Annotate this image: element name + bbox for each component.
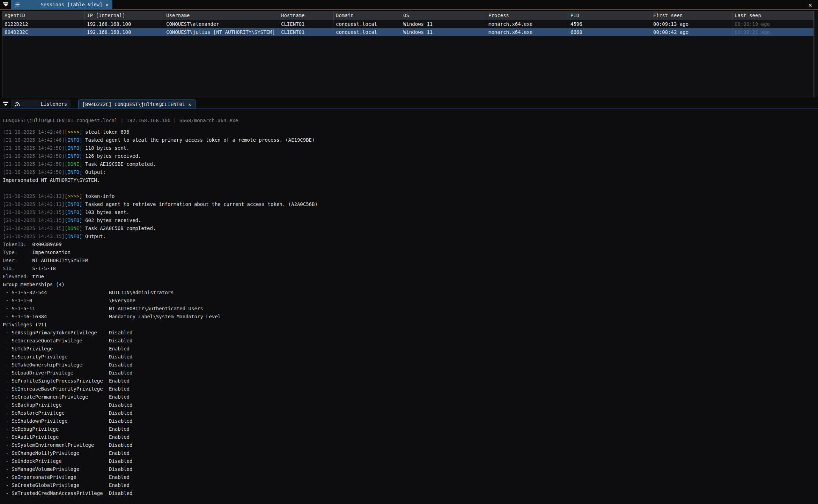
terminal-line: - SeSecurityPrivilegeDisabled	[3, 353, 813, 361]
column-header-domain[interactable]: Domain	[334, 11, 401, 20]
filter-icon	[3, 101, 9, 107]
terminal-line: [31-10-2025 14:42:50][INFO] Output:	[3, 168, 813, 176]
terminal-line: Type:Impersonation	[3, 249, 813, 257]
table-cell-last-seen: 00:00:19 ago	[732, 20, 813, 28]
tab-listeners[interactable]: Listeners	[11, 99, 71, 109]
terminal-line	[3, 184, 813, 192]
terminal-line: - SeShutdownPrivilegeDisabled	[3, 417, 813, 425]
terminal-line: [31-10-2025 14:42:50][INFO] 118 bytes se…	[3, 144, 813, 152]
terminal-line: [31-10-2025 14:43:15][INFO] Output:	[3, 232, 813, 240]
terminal-line: Elevated:true	[3, 273, 813, 281]
agent-console-panel: CONQUEST\julius@CLIENT01.conquest.local …	[0, 110, 818, 504]
tab-listeners-label: Listeners	[40, 101, 67, 107]
terminal-line: - S-1-16-16384Mandatory Label\System Man…	[3, 313, 813, 321]
filter-button[interactable]	[2, 100, 9, 108]
table-cell-hostname: CLIENT01	[279, 20, 334, 28]
window-close-button[interactable]: ✕	[806, 0, 815, 9]
close-icon: ✕	[809, 1, 812, 8]
terminal-line: - SeLoadDriverPrivilegeDisabled	[3, 369, 813, 377]
terminal-line: - SeTakeOwnershipPrivilegeDisabled	[3, 361, 813, 369]
column-header-process[interactable]: Process	[486, 11, 568, 20]
table-header-row: AgentIDIP (Internal)UsernameHostnameDoma…	[2, 11, 813, 20]
terminal-line: - SeAuditPrivilegeEnabled	[3, 433, 813, 441]
terminal-line: Group memberships (4)	[3, 281, 813, 289]
c2-client-window: Sessions [Table View] ✕ ✕ AgentIDIP (Int…	[0, 0, 818, 504]
column-header-os[interactable]: OS	[401, 11, 486, 20]
terminal-output[interactable]: [31-10-2025 14:42:46][>>>>] steal-token …	[3, 128, 813, 504]
tab-agent-session[interactable]: [894D232C] CONQUEST\julius@CLIENT01 ✕	[78, 99, 195, 109]
table-cell-os: Windows 11	[401, 28, 486, 36]
terminal-line: - SeIncreaseQuotaPrivilegeDisabled	[3, 337, 813, 345]
table-cell-username: CONQUEST\alexander	[164, 20, 279, 28]
sessions-tab-bar: Sessions [Table View] ✕ ✕	[0, 0, 818, 10]
agent-status-line: CONQUEST\julius@CLIENT01.conquest.local …	[3, 117, 238, 125]
sessions-table: AgentIDIP (Internal)UsernameHostnameDoma…	[2, 11, 814, 97]
table-body: 6122D212192.168.168.100CONQUEST\alexande…	[2, 20, 813, 36]
console-tab-bar: Listeners [894D232C] CONQUEST\julius@CLI…	[0, 99, 818, 109]
terminal-line: - SeChangeNotifyPrivilegeEnabled	[3, 449, 813, 457]
table-cell-process: monarch.x64.exe	[486, 28, 568, 36]
terminal-line: [31-10-2025 14:43:15][INFO] 103 bytes se…	[3, 208, 813, 216]
column-header-ip-internal[interactable]: IP (Internal)	[85, 11, 164, 20]
column-header-agentid[interactable]: AgentID	[2, 11, 85, 20]
table-cell-last-seen: 00:00:21 ago	[732, 28, 813, 36]
terminal-line: User:NT AUTHORITY\SYSTEM	[3, 257, 813, 265]
table-cell-username: CONQUEST\julius [NT AUTHORITY\SYSTEM]	[164, 28, 279, 36]
table-cell-ip-internal: 192.168.168.100	[85, 28, 164, 36]
terminal-line: [31-10-2025 14:42:50][INFO] 126 bytes re…	[3, 152, 813, 160]
terminal-line: - SeCreatePermanentPrivilegeEnabled	[3, 393, 813, 401]
terminal-line: SID:S-1-5-18	[3, 265, 813, 273]
terminal-line: Impersonated NT AUTHORITY\SYSTEM.	[3, 176, 813, 184]
terminal-line: - SeIncreaseBasePriorityPrivilegeEnabled	[3, 385, 813, 393]
filter-button[interactable]	[2, 1, 9, 8]
terminal-line: [31-10-2025 14:43:15][DONE] Task A2A0C56…	[3, 224, 813, 232]
tab-close-icon[interactable]: ✕	[105, 2, 109, 7]
terminal-line: - SeRestorePrivilegeDisabled	[3, 409, 813, 417]
table-cell-agentid: 894D232C	[2, 28, 85, 36]
table-row[interactable]: 6122D212192.168.168.100CONQUEST\alexande…	[2, 20, 813, 28]
table-cell-first-seen: 00:08:42 ago	[651, 28, 732, 36]
terminal-line: [31-10-2025 14:42:46][INFO] Tasked agent…	[3, 136, 813, 144]
filter-icon	[3, 2, 9, 7]
table-cell-pid: 6668	[568, 28, 651, 36]
terminal-line: - SeCreateGlobalPrivilegeEnabled	[3, 481, 813, 489]
table-row[interactable]: 894D232C192.168.168.100CONQUEST\julius […	[2, 28, 813, 36]
terminal-line: - SeManageVolumePrivilegeDisabled	[3, 465, 813, 473]
tab-sessions-label: Sessions [Table View]	[40, 2, 102, 7]
terminal-line: - SeSystemEnvironmentPrivilegeDisabled	[3, 441, 813, 449]
table-scrollbar[interactable]	[814, 11, 818, 97]
terminal-line: - SeTrustedCredManAccessPrivilegeDisable…	[3, 489, 813, 497]
table-cell-domain: conquest.local	[334, 20, 401, 28]
table-cell-hostname: CLIENT01	[279, 28, 334, 36]
terminal-line: - S-1-1-0\Everyone	[3, 297, 813, 305]
column-header-hostname[interactable]: Hostname	[279, 11, 334, 20]
terminal-line: TokenID:0x00389A09	[3, 240, 813, 249]
terminal-line: [31-10-2025 14:43:15][INFO] 602 bytes re…	[3, 216, 813, 224]
column-header-username[interactable]: Username	[164, 11, 279, 20]
terminal-line: [31-10-2025 14:43:13][>>>>] token-info	[3, 192, 813, 200]
terminal-line: Privileges (21)	[3, 321, 813, 329]
terminal-line: - S-1-5-32-544BUILTIN\Administrators	[3, 289, 813, 297]
table-cell-ip-internal: 192.168.168.100	[85, 20, 164, 28]
terminal-line: - SeTcbPrivilegeEnabled	[3, 345, 813, 353]
terminal-line: [31-10-2025 14:43:13][INFO] Tasked agent…	[3, 200, 813, 208]
terminal-line: - SeUndockPrivilegeDisabled	[3, 457, 813, 465]
terminal-line: - SeBackupPrivilegeDisabled	[3, 401, 813, 409]
column-header-first-seen[interactable]: First seen	[651, 11, 732, 20]
table-cell-agentid: 6122D212	[2, 20, 85, 28]
tab-sessions[interactable]: Sessions [Table View] ✕	[11, 0, 112, 9]
terminal-line: - SeAssignPrimaryTokenPrivilegeDisabled	[3, 329, 813, 337]
terminal-line: - SeDebugPrivilegeEnabled	[3, 425, 813, 433]
terminal-line: - S-1-5-11NT AUTHORITY\Authenticated Use…	[3, 305, 813, 313]
column-header-last-seen[interactable]: Last seen	[732, 11, 813, 20]
table-cell-process: monarch.x64.exe	[486, 20, 568, 28]
terminal-line: [31-10-2025 14:42:46][>>>>] steal-token …	[3, 128, 813, 136]
column-header-pid[interactable]: PID	[568, 11, 651, 20]
table-cell-domain: conquest.local	[334, 28, 401, 36]
tab-close-icon[interactable]: ✕	[188, 102, 191, 107]
terminal-line: - SeImpersonatePrivilegeEnabled	[3, 473, 813, 481]
terminal-line: [31-10-2025 14:42:50][DONE] Task AE19C9B…	[3, 160, 813, 168]
terminal-line: - SeProfileSingleProcessPrivilegeEnabled	[3, 377, 813, 385]
table-cell-pid: 4596	[568, 20, 651, 28]
table-cell-first-seen: 00:09:13 ago	[651, 20, 732, 28]
